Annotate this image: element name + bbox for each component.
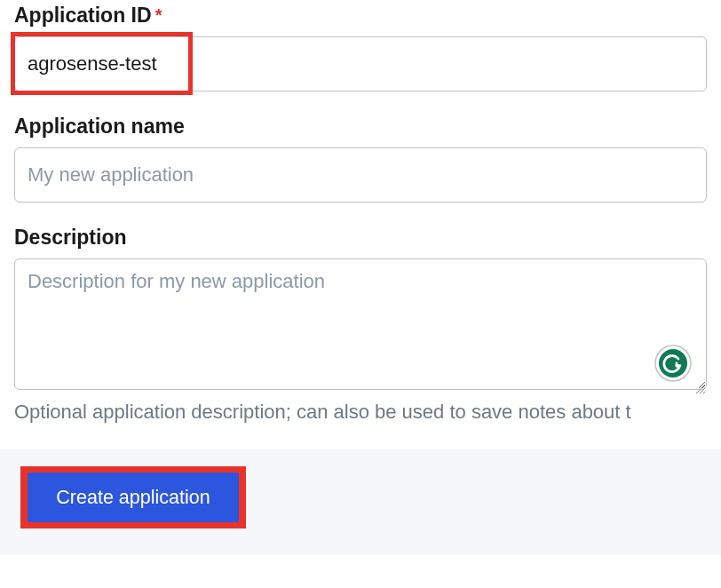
create-application-button[interactable]: Create application [28, 473, 239, 522]
application-id-label-text: Application ID [14, 4, 152, 28]
description-label: Description [14, 226, 707, 250]
application-name-input[interactable] [14, 147, 707, 203]
svg-line-4 [703, 392, 705, 393]
required-mark: * [155, 5, 162, 26]
description-help-text: Optional application description; can al… [14, 401, 707, 424]
description-textarea[interactable] [14, 258, 707, 390]
footer-action-bar: Create application [0, 449, 721, 555]
application-name-label: Application name [14, 115, 707, 139]
application-id-input[interactable] [14, 36, 707, 91]
application-id-label: Application ID * [14, 4, 707, 28]
description-label-text: Description [14, 226, 127, 250]
application-name-label-text: Application name [14, 115, 185, 139]
